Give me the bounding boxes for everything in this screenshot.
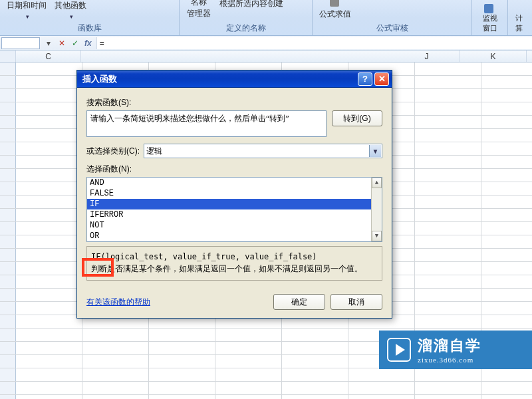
grid-cell[interactable] — [415, 102, 481, 115]
row-header[interactable] — [0, 196, 16, 208]
column-header[interactable]: C — [16, 51, 81, 62]
grid-cell[interactable] — [481, 262, 532, 275]
grid-cell[interactable] — [16, 262, 82, 275]
grid-cell[interactable] — [415, 368, 481, 381]
scroll-down-icon[interactable]: ▼ — [372, 231, 382, 241]
grid-cell[interactable] — [481, 275, 532, 288]
grid-cell[interactable] — [415, 395, 481, 399]
row-header[interactable] — [0, 156, 16, 168]
grid-cell[interactable] — [149, 342, 215, 354]
grid-cell[interactable] — [481, 209, 532, 221]
grid-cell[interactable] — [481, 76, 532, 88]
grid-cell[interactable] — [16, 89, 82, 102]
row-header[interactable] — [0, 275, 16, 288]
row-header[interactable] — [0, 329, 16, 341]
grid-cell[interactable] — [215, 355, 282, 368]
row-header[interactable] — [0, 63, 16, 75]
function-list-item[interactable]: NOT — [87, 220, 382, 231]
grid-cell[interactable] — [481, 222, 532, 235]
grid-cell[interactable] — [16, 196, 82, 208]
grid-cell[interactable] — [481, 169, 532, 182]
row-header[interactable] — [0, 182, 16, 195]
grid-cell[interactable] — [348, 368, 415, 381]
row-header[interactable] — [0, 302, 16, 315]
grid-cell[interactable] — [415, 209, 481, 221]
grid-cell[interactable] — [481, 315, 532, 328]
grid-cell[interactable] — [415, 249, 481, 261]
grid-cell[interactable] — [481, 249, 532, 261]
grid-cell[interactable] — [415, 63, 481, 75]
row-header[interactable] — [0, 355, 16, 368]
grid-cell[interactable] — [481, 182, 532, 195]
accept-formula-button[interactable]: ✓ — [69, 37, 81, 49]
grid-cell[interactable] — [481, 289, 532, 301]
grid-cell[interactable] — [481, 302, 532, 315]
grid-cell[interactable] — [415, 156, 481, 168]
row-header[interactable] — [0, 142, 16, 155]
grid-cell[interactable] — [16, 102, 82, 115]
grid-cell[interactable] — [82, 368, 149, 381]
scroll-up-icon[interactable]: ▲ — [372, 178, 382, 188]
grid-cell[interactable] — [282, 329, 348, 341]
cancel-button[interactable]: 取消 — [331, 294, 382, 310]
row-header[interactable] — [0, 102, 16, 115]
ribbon-btn-evaluate-formula[interactable]: 公式求值 — [317, 0, 354, 21]
grid-cell[interactable] — [282, 342, 348, 354]
grid-cell[interactable] — [481, 129, 532, 142]
row-header[interactable] — [0, 89, 16, 102]
grid-cell[interactable] — [16, 315, 82, 328]
ribbon-btn-other-functions[interactable]: 其他函数 ▾ — [52, 0, 89, 21]
close-button[interactable]: ✕ — [374, 72, 389, 86]
row-header[interactable] — [0, 249, 16, 261]
grid-cell[interactable] — [282, 368, 348, 381]
formula-input[interactable] — [96, 37, 532, 49]
ribbon-btn-calculation[interactable]: 计算 — [512, 11, 528, 35]
goto-button[interactable]: 转到(G) — [332, 110, 382, 126]
grid-cell[interactable] — [415, 262, 481, 275]
row-header[interactable] — [0, 382, 16, 394]
grid-cell[interactable] — [215, 342, 282, 354]
grid-cell[interactable] — [16, 382, 82, 394]
grid-cell[interactable] — [149, 355, 215, 368]
grid-cell[interactable] — [481, 382, 532, 394]
grid-cell[interactable] — [215, 368, 282, 381]
row-header[interactable] — [0, 235, 16, 248]
function-help-link[interactable]: 有关该函数的帮助 — [86, 297, 150, 308]
grid-cell[interactable] — [16, 355, 82, 368]
grid-cell[interactable] — [215, 382, 282, 394]
grid-cell[interactable] — [415, 89, 481, 102]
grid-cell[interactable] — [481, 63, 532, 75]
grid-cell[interactable] — [415, 196, 481, 208]
grid-cell[interactable] — [481, 116, 532, 128]
grid-cell[interactable] — [348, 395, 415, 399]
grid-cell[interactable] — [415, 289, 481, 301]
row-header[interactable] — [0, 222, 16, 235]
dropdown-icon[interactable]: ▾ — [43, 37, 55, 49]
row-header[interactable] — [0, 209, 16, 221]
grid-cell[interactable] — [215, 395, 282, 399]
row-header[interactable] — [0, 76, 16, 88]
grid-cell[interactable] — [481, 156, 532, 168]
row-header[interactable] — [0, 262, 16, 275]
search-function-input[interactable]: 请输入一条简短说明来描述您想做什么，然后单击“转到” — [86, 110, 327, 137]
grid-cell[interactable] — [16, 222, 82, 235]
row-header[interactable] — [0, 116, 16, 128]
grid-cell[interactable] — [16, 235, 82, 248]
grid-cell[interactable] — [16, 289, 82, 301]
grid-cell[interactable] — [415, 235, 481, 248]
category-select[interactable]: 逻辑 ▼ — [144, 144, 382, 158]
grid-cell[interactable] — [415, 129, 481, 142]
grid-cell[interactable] — [149, 395, 215, 399]
grid-cell[interactable] — [415, 315, 481, 328]
dialog-titlebar[interactable]: 插入函数 ? ✕ — [77, 70, 392, 88]
grid-cell[interactable] — [16, 302, 82, 315]
grid-cell[interactable] — [82, 382, 149, 394]
grid-cell[interactable] — [415, 142, 481, 155]
column-header[interactable]: J — [394, 51, 460, 62]
ribbon-btn-name-manager[interactable]: 名称 管理器 — [184, 0, 214, 21]
function-list-item[interactable]: FALSE — [87, 188, 382, 199]
grid-cell[interactable] — [481, 102, 532, 115]
function-list-item[interactable]: IFERROR — [87, 209, 382, 220]
grid-cell[interactable] — [215, 329, 282, 341]
select-all-corner[interactable] — [0, 51, 16, 62]
